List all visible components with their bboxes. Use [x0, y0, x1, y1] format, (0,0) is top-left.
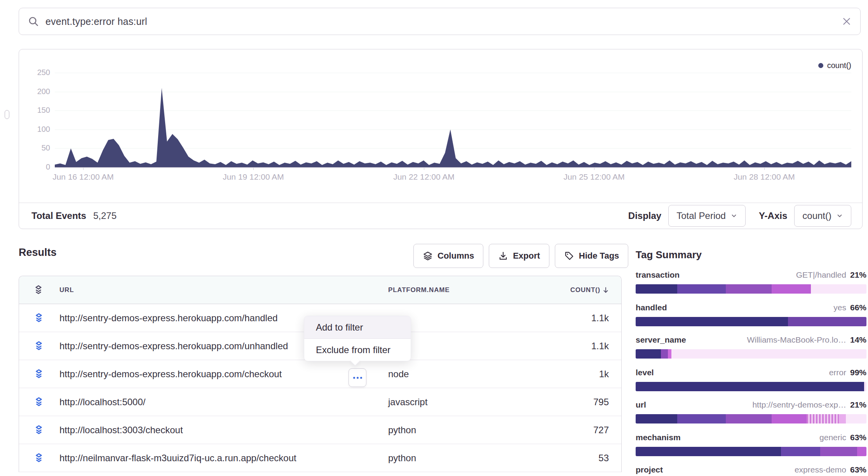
chevron-down-icon — [730, 212, 737, 219]
tag-distribution-bar[interactable] — [636, 284, 866, 294]
menu-item-add-to-filter[interactable]: Add to filter — [304, 316, 411, 338]
yaxis-label: Y-Axis — [759, 210, 787, 221]
cell-platform[interactable]: javascript — [388, 397, 427, 408]
tag-bar-segment[interactable] — [781, 447, 820, 456]
tag-distribution-bar[interactable] — [636, 349, 866, 359]
menu-item-exclude-from-filter[interactable]: Exclude from filter — [304, 339, 411, 361]
stack-events-icon[interactable] — [33, 369, 45, 380]
column-header-platform[interactable]: PLATFORM.NAME — [388, 286, 450, 294]
cell-count[interactable]: 727 — [593, 425, 609, 436]
event-volume-area-series — [55, 73, 851, 167]
search-input[interactable]: event.type:error has:url — [45, 16, 842, 27]
tag-top-value: http://sentry-demos-exp… — [752, 400, 846, 410]
cell-count[interactable]: 1.1k — [591, 313, 609, 324]
cell-actions-button[interactable] — [349, 368, 366, 387]
export-button[interactable]: Export — [489, 244, 549, 268]
tag-summary-row: server_name Williams-MacBook-Pro.lo… 14% — [636, 335, 866, 345]
tag-bar-segment[interactable] — [677, 284, 726, 294]
cell-url[interactable]: http://sentry-demos-express.herokuapp.co… — [59, 341, 288, 352]
tag-bar-segment[interactable] — [671, 349, 866, 359]
tag-top-value: Williams-MacBook-Pro.lo… — [747, 335, 846, 345]
search-bar[interactable]: event.type:error has:url — [19, 8, 861, 35]
events-chart-panel: count() 250200150100500Jun 16 12:00 AMJu… — [19, 49, 863, 229]
x-axis-tick-label: Jun 16 12:00 AM — [37, 172, 130, 182]
tag-bar-segment[interactable] — [864, 382, 866, 391]
tag-bar-segment[interactable] — [846, 414, 866, 424]
tag-bar-segment[interactable] — [772, 284, 811, 294]
cell-count[interactable]: 53 — [598, 453, 609, 464]
column-header-url[interactable]: URL — [59, 286, 74, 294]
tag-bar-segment[interactable] — [677, 414, 726, 424]
yaxis-dropdown[interactable]: count() — [794, 205, 851, 227]
display-label: Display — [628, 210, 661, 221]
tag-bar-segment[interactable] — [636, 349, 661, 359]
tag-bar-segment[interactable] — [857, 447, 866, 456]
cell-url[interactable]: http://localhost:3003/checkout — [59, 425, 183, 436]
tag-bar-segment[interactable] — [726, 284, 772, 294]
cell-url[interactable]: http://sentry-demos-express.herokuapp.co… — [59, 369, 282, 380]
layers-icon — [423, 251, 433, 261]
cell-platform[interactable]: node — [388, 369, 409, 380]
x-axis-tick-label: Jun 28 12:00 AM — [718, 172, 811, 182]
stack-events-icon[interactable] — [33, 453, 45, 464]
tag-bar-segment[interactable] — [636, 382, 864, 391]
tag-top-value: express-demo — [795, 465, 846, 474]
tag-distribution-bar[interactable] — [636, 382, 866, 391]
cell-platform[interactable]: python — [388, 453, 416, 464]
search-clear-button[interactable] — [842, 16, 852, 26]
stack-events-icon[interactable] — [33, 425, 45, 436]
tag-bar-segment[interactable] — [788, 317, 866, 326]
tag-bar-segment[interactable] — [839, 414, 846, 424]
tag-top-percent: 21% — [850, 270, 866, 280]
tag-distribution-bar[interactable] — [636, 414, 866, 424]
tag-distribution-bar[interactable] — [636, 447, 866, 456]
stack-events-icon[interactable] — [33, 397, 45, 408]
hide-tags-button[interactable]: Hide Tags — [555, 244, 629, 268]
tag-bar-segment[interactable] — [661, 349, 668, 359]
x-axis-tick — [594, 167, 594, 170]
export-button-label: Export — [513, 251, 540, 261]
cell-platform[interactable]: python — [388, 425, 416, 436]
total-events-value: 5,275 — [93, 210, 117, 221]
tag-top-percent: 99% — [850, 368, 866, 377]
cell-count[interactable]: 1k — [599, 369, 609, 380]
table-row: http://localhost:3003/checkout python 72… — [19, 416, 621, 444]
tag-top-percent: 63% — [850, 465, 866, 474]
tag-top-value: yes — [833, 303, 846, 312]
tag-bar-segment[interactable] — [820, 447, 857, 456]
tag-bar-segment[interactable] — [726, 414, 772, 424]
display-dropdown[interactable]: Total Period — [668, 205, 746, 227]
tag-bar-segment[interactable] — [807, 414, 839, 424]
stack-events-icon[interactable] — [33, 341, 45, 352]
tag-bar-segment[interactable] — [811, 284, 866, 294]
y-axis-tick-label: 100 — [19, 125, 50, 134]
x-axis-tick — [424, 167, 424, 170]
columns-button[interactable]: Columns — [413, 244, 483, 268]
cell-url[interactable]: http://localhost:5000/ — [59, 397, 145, 408]
results-table-header: URL PLATFORM.NAME COUNT() — [19, 276, 621, 304]
tag-bar-segment[interactable] — [636, 284, 677, 294]
tag-bar-segment[interactable] — [636, 447, 781, 456]
table-row: http://sentry-demos-express.herokuapp.co… — [19, 360, 621, 388]
table-row: http://neilmanvar-flask-m3uuizd7iq-uc.a.… — [19, 444, 621, 472]
cell-url[interactable]: http://sentry-demos-express.herokuapp.co… — [59, 313, 278, 324]
y-axis-tick-label: 150 — [19, 106, 50, 115]
y-axis-tick-label: 50 — [19, 144, 50, 152]
y-axis-tick-label: 0 — [19, 163, 50, 172]
tag-bar-segment[interactable] — [636, 317, 788, 326]
stack-events-icon[interactable] — [33, 313, 45, 324]
chart-legend[interactable]: count() — [818, 61, 851, 70]
tag-bar-segment[interactable] — [668, 349, 671, 359]
tag-top-percent: 63% — [850, 433, 866, 442]
column-header-count[interactable]: COUNT() — [570, 286, 610, 294]
cell-url[interactable]: http://neilmanvar-flask-m3uuizd7iq-uc.a.… — [59, 453, 296, 464]
tag-distribution-bar[interactable] — [636, 317, 866, 326]
sidebar-collapse-handle[interactable] — [5, 110, 9, 119]
tag-name: handled — [636, 303, 667, 312]
tag-bar-segment[interactable] — [772, 414, 806, 424]
cell-count[interactable]: 795 — [593, 397, 609, 408]
table-row: http://localhost:5000/ javascript 795 — [19, 388, 621, 416]
results-title: Results — [19, 247, 57, 259]
tag-bar-segment[interactable] — [636, 414, 677, 424]
cell-count[interactable]: 1.1k — [591, 341, 609, 352]
